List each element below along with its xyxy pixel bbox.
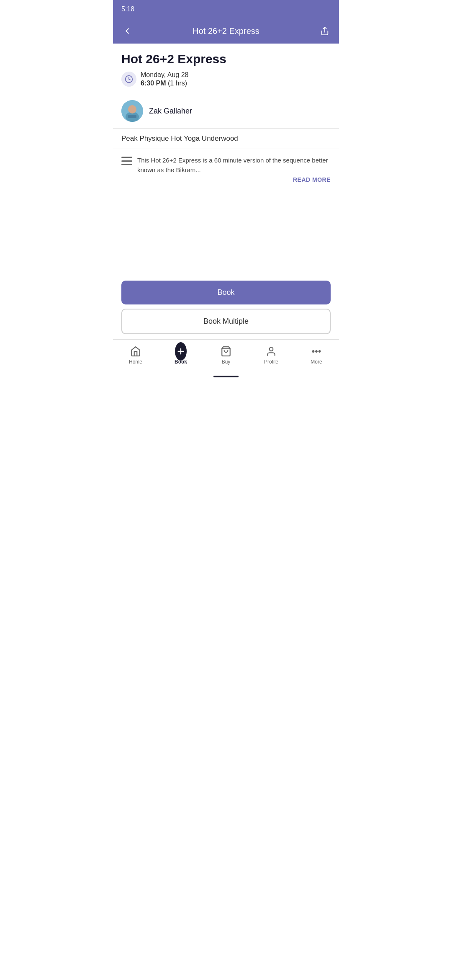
book-multiple-button[interactable]: Book Multiple <box>121 309 331 334</box>
bottom-buttons: Book Book Multiple <box>113 274 339 339</box>
buy-icon <box>220 346 232 357</box>
nav-profile-label: Profile <box>264 359 278 365</box>
svg-point-4 <box>128 105 136 113</box>
book-nav-icon <box>175 346 187 357</box>
class-title: Hot 26+2 Express <box>121 52 331 66</box>
home-icon <box>130 346 141 357</box>
nav-item-buy[interactable]: Buy <box>203 344 249 366</box>
class-time: 6:30 PM (1 hrs) <box>141 80 188 87</box>
status-bar: 5:18 <box>113 0 339 18</box>
nav-item-more[interactable]: More <box>294 344 339 366</box>
description-content: This Hot 26+2 Express is a 60 minute ver… <box>137 156 331 183</box>
description-text: This Hot 26+2 Express is a 60 minute ver… <box>137 157 328 173</box>
bottom-nav: Home Book Buy <box>113 339 339 373</box>
read-more-button[interactable]: READ MORE <box>137 176 331 183</box>
svg-rect-5 <box>128 115 136 118</box>
nav-item-book[interactable]: Book <box>158 344 203 366</box>
svg-point-11 <box>316 351 317 352</box>
back-button[interactable] <box>120 23 135 39</box>
studio-row[interactable]: Peak Physique Hot Yoga Underwood <box>113 128 339 149</box>
instructor-avatar <box>121 100 143 122</box>
instructor-name: Zak Gallaher <box>149 107 192 116</box>
datetime-text: Monday, Aug 28 6:30 PM (1 hrs) <box>141 71 188 87</box>
nav-item-profile[interactable]: Profile <box>249 344 294 366</box>
svg-point-12 <box>319 351 320 352</box>
description-row: This Hot 26+2 Express is a 60 minute ver… <box>113 149 339 190</box>
profile-icon <box>265 346 277 357</box>
main-content: Hot 26+2 Express Monday, Aug 28 6:30 PM … <box>113 44 339 339</box>
share-button[interactable] <box>317 23 332 39</box>
nav-bar: Hot 26+2 Express <box>113 18 339 44</box>
svg-point-10 <box>313 351 314 352</box>
class-title-section: Hot 26+2 Express Monday, Aug 28 6:30 PM … <box>113 44 339 94</box>
nav-buy-label: Buy <box>222 359 231 365</box>
more-icon <box>311 346 322 357</box>
studio-name: Peak Physique Hot Yoga Underwood <box>121 134 238 142</box>
class-date: Monday, Aug 28 <box>141 71 188 79</box>
bottom-indicator <box>213 376 239 377</box>
content-spacer <box>113 190 339 274</box>
nav-more-label: More <box>311 359 322 365</box>
nav-book-label: Book <box>175 359 187 365</box>
description-icon <box>121 157 132 165</box>
class-duration: (1 hrs) <box>168 80 187 87</box>
book-button[interactable]: Book <box>121 281 331 304</box>
datetime-row: Monday, Aug 28 6:30 PM (1 hrs) <box>121 71 331 87</box>
nav-bar-title: Hot 26+2 Express <box>135 26 317 36</box>
nav-item-home[interactable]: Home <box>113 344 158 366</box>
clock-icon <box>121 72 136 87</box>
svg-point-9 <box>270 347 273 351</box>
instructor-row[interactable]: Zak Gallaher <box>113 94 339 128</box>
nav-home-label: Home <box>129 359 142 365</box>
status-time: 5:18 <box>121 5 134 13</box>
